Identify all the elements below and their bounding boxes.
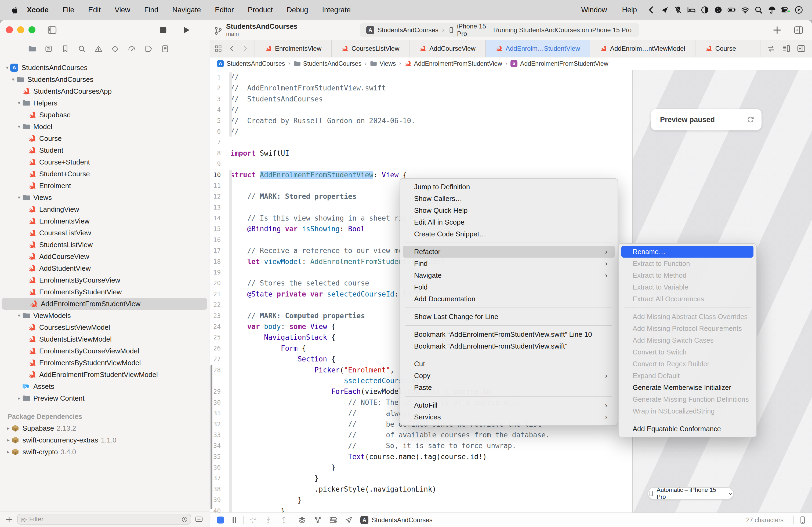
sidebar-item-studentslistview[interactable]: StudentsListView (0, 239, 209, 251)
menu-item-copy[interactable]: Copy› (403, 370, 615, 381)
sidebar-item-enrolmentsbystudentviewmodel[interactable]: EnrolmentsByStudentViewModel (0, 357, 209, 369)
toggles-icon[interactable] (781, 5, 790, 15)
stop-button[interactable] (158, 25, 168, 35)
location-off-icon[interactable] (673, 5, 683, 15)
environment-overrides-icon[interactable] (329, 516, 337, 524)
menu-navigate[interactable]: Navigate (165, 6, 208, 14)
menu-item-add-documentation[interactable]: Add Documentation (403, 293, 615, 305)
sidebar-item-landingview[interactable]: LandingView (0, 204, 209, 215)
sidebar-item-enrolmentsbycourseview[interactable]: EnrolmentsByCourseView (0, 274, 209, 286)
package-item-swift-crypto[interactable]: ▸swift-crypto3.4.0 (0, 446, 209, 458)
menu-item-fold[interactable]: Fold (403, 281, 615, 293)
menu-item-create-code-snippet[interactable]: Create Code Snippet… (403, 228, 615, 240)
disclosure-icon[interactable]: ▸ (5, 425, 11, 431)
minimize-window-button[interactable] (17, 26, 24, 33)
bed-icon[interactable] (687, 5, 696, 15)
running-process[interactable]: A StudentsAndCourses (360, 516, 433, 524)
navigator-tab-report[interactable] (161, 45, 169, 53)
disclosure-icon[interactable]: ▾ (16, 100, 22, 106)
jump-bar[interactable]: AStudentsAndCourses›StudentsAndCourses›V… (210, 57, 812, 70)
tab-addenrolm-ntviewmodel[interactable]: AddEnrolm…ntViewModel (590, 40, 695, 57)
tab-addenrolm-studentview[interactable]: AddEnrolm…StudentView (486, 40, 590, 57)
navigator-tab-folder[interactable] (28, 45, 36, 53)
menu-file[interactable]: File (56, 6, 81, 14)
menu-window[interactable]: Window (576, 6, 612, 14)
menu-item-bookmark-addenrolmentfromstudentview-swift[interactable]: Bookmark “AddEnrolmentFromStudentView.sw… (403, 340, 615, 352)
menu-item-services[interactable]: Services› (403, 411, 615, 423)
menu-integrate[interactable]: Integrate (315, 6, 358, 14)
sidebar-item-preview-content[interactable]: ▸Preview Content (0, 392, 209, 404)
sidebar-item-model[interactable]: ▾Model (0, 121, 209, 133)
disclosure-icon[interactable]: ▸ (5, 437, 11, 443)
scheme-selector[interactable]: A StudentsAndCourses › iPhone 15 Pro Run… (360, 23, 639, 37)
sidebar-item-studentsandcourses[interactable]: ▾AStudentsAndCourses (0, 62, 209, 74)
menu-item-jump-to-definition[interactable]: Jump to Definition (403, 181, 615, 193)
breadcrumb-addenrolmentfromstudentview[interactable]: AddEnrolmentFromStudentView (404, 60, 502, 67)
wifi-icon[interactable] (741, 5, 750, 15)
menu-item-navigate[interactable]: Navigate› (403, 269, 615, 281)
breadcrumb-studentsandcourses[interactable]: StudentsAndCourses (293, 60, 361, 67)
menu-editor[interactable]: Editor (208, 6, 241, 14)
search-icon[interactable] (754, 5, 763, 15)
sidebar-item-enrolmentsview[interactable]: EnrolmentsView (0, 215, 209, 227)
compass-icon[interactable] (794, 5, 803, 15)
menu-item-generate-memberwise-initializer[interactable]: Generate Memberwise Initializer (621, 381, 753, 393)
sidebar-item-assets[interactable]: Assets (0, 380, 209, 392)
sidebar-item-enrolmentsbycourseviewmodel[interactable]: EnrolmentsByCourseViewModel (0, 345, 209, 357)
sidebar-item-helpers[interactable]: ▾Helpers (0, 97, 209, 109)
menu-view[interactable]: View (108, 6, 137, 14)
sidebar-item-addcourseview[interactable]: AddCourseView (0, 251, 209, 262)
zoom-window-button[interactable] (28, 26, 35, 33)
menu-debug[interactable]: Debug (280, 6, 315, 14)
step-over-icon[interactable] (249, 516, 257, 524)
sidebar-item-student-course[interactable]: Student+Course (0, 168, 209, 180)
toggle-navigator-icon[interactable] (47, 25, 57, 35)
sidebar-item-course-student[interactable]: Course+Student (0, 156, 209, 168)
menu-item-edit-all-in-scope[interactable]: Edit All in Scope (403, 216, 615, 228)
back-icon[interactable] (228, 45, 236, 52)
related-items-icon[interactable] (214, 45, 222, 52)
breakpoints-toggle[interactable] (217, 516, 224, 524)
disclosure-icon[interactable]: ▾ (10, 76, 16, 82)
menu-item-show-quick-help[interactable]: Show Quick Help (403, 205, 615, 216)
disclosure-icon[interactable]: ▾ (4, 65, 10, 71)
filter-input[interactable] (29, 515, 182, 523)
sidebar-item-enrolmentsbystudentview[interactable]: EnrolmentsByStudentView (0, 286, 209, 298)
code-review-icon[interactable] (767, 44, 775, 53)
scheme-project-label[interactable]: StudentsAndCourses (378, 26, 438, 34)
menu-item-cut[interactable]: Cut (403, 358, 615, 370)
tab-course[interactable]: Course (695, 40, 746, 57)
sidebar-item-courseslistview[interactable]: CoursesListView (0, 227, 209, 239)
cookie-icon[interactable] (714, 5, 723, 15)
add-filter-icon[interactable] (194, 515, 204, 523)
sidebar-item-supabase[interactable]: Supabase (0, 109, 209, 121)
pause-execution-icon[interactable] (230, 516, 238, 524)
navigator-tab-gauge[interactable] (128, 45, 136, 53)
menu-xcode[interactable]: Xcode (20, 6, 56, 14)
menu-item-paste[interactable]: Paste (403, 381, 615, 393)
tab-courseslistview[interactable]: CoursesListView (332, 40, 409, 57)
sidebar-item-enrolment[interactable]: Enrolment (0, 180, 209, 192)
umbrella-icon[interactable] (767, 5, 777, 15)
memory-graph-icon[interactable] (314, 516, 322, 524)
breadcrumb-addenrolmentfromstudentview[interactable]: SAddEnrolmentFromStudentView (510, 60, 608, 67)
menu-item-show-callers[interactable]: Show Callers… (403, 193, 615, 205)
navigator-tab-search[interactable] (78, 45, 86, 53)
add-file-icon[interactable] (5, 515, 13, 523)
adjust-editor-options-icon[interactable] (782, 44, 791, 53)
close-window-button[interactable] (6, 26, 13, 33)
filter-field[interactable] (17, 514, 191, 525)
sidebar-item-course[interactable]: Course (0, 133, 209, 144)
tab-addcourseview[interactable]: AddCourseView (409, 40, 486, 57)
menu-find[interactable]: Find (137, 6, 165, 14)
menu-item-bookmark-addenrolmentfromstudentview-swift-line-10[interactable]: Bookmark “AddEnrolmentFromStudentView.sw… (403, 328, 615, 340)
package-item-supabase[interactable]: ▸Supabase2.13.2 (0, 422, 209, 434)
preview-device-selector[interactable]: Automatic – iPhone 15 Pro (648, 487, 734, 500)
sidebar-item-courseslistviewmodel[interactable]: CoursesListViewModel (0, 321, 209, 333)
sidebar-item-addstudentview[interactable]: AddStudentView (0, 262, 209, 274)
package-item-swift-concurrency-extras[interactable]: ▸swift-concurrency-extras1.1.0 (0, 434, 209, 446)
disclosure-icon[interactable]: ▾ (16, 313, 22, 318)
add-editor-icon[interactable] (797, 44, 806, 53)
menu-edit[interactable]: Edit (81, 6, 108, 14)
breadcrumb-views[interactable]: Views (370, 60, 396, 67)
